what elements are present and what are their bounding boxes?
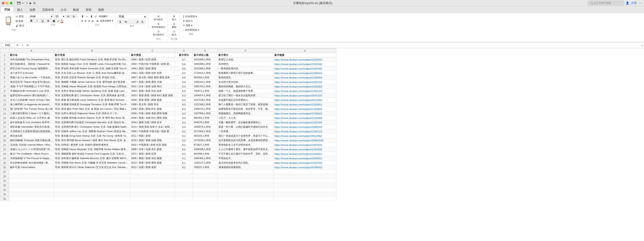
bold-button[interactable]: B	[29, 19, 34, 23]
underline-button[interactable]: U	[40, 19, 45, 23]
cell-D11[interactable]: 9.3	[175, 98, 193, 102]
cell-B18[interactable]: 导演: 刘镇伟 Jeffrey Lau 主演: 周星驰 Stephen Chow…	[54, 129, 130, 134]
cell-F12[interactable]: 每个人都要走一条自己坚定了的路，就算是钢琴师。	[218, 102, 274, 107]
cell-D10[interactable]: 9.3	[175, 93, 193, 98]
cell-F5[interactable]: 怪蜀黍和小萝莉不得不说的故事。	[218, 71, 274, 75]
cell-A10[interactable]: 盗梦空间/Inception/ 潜行凶间(港) / 全面启动(台)	[9, 93, 54, 98]
cell-F17[interactable]: 爱是一种力量，让我们超越时空感知它的存在。	[218, 125, 274, 129]
cell-D18[interactable]: 9.2	[175, 129, 193, 134]
indent-increase-button[interactable]: ⇥	[95, 19, 99, 23]
autosum-button[interactable]: Σ 自动求和 ▾	[182, 14, 200, 19]
font-name-dropdown[interactable]: Arial ▾	[29, 14, 54, 19]
cell-G29[interactable]	[274, 179, 336, 183]
cell-E29[interactable]	[193, 179, 218, 183]
cell-D17[interactable]: 9.3	[175, 125, 193, 129]
cell-E1[interactable]: 影片评价人数	[193, 53, 218, 58]
cell-F29[interactable]	[218, 179, 274, 183]
cell-D31[interactable]	[175, 188, 193, 192]
cell-G10[interactable]: https://movie.douban.com/subject/3541415…	[274, 93, 336, 98]
cell-A21[interactable]: 无间道/ 无间道/ Internal Affairs / Mou gaan do…	[9, 143, 54, 147]
cell-E2[interactable]: 2023405人评价	[193, 58, 218, 62]
cell-C19[interactable]: 2011 / 韩国 / 剧情	[130, 134, 175, 138]
font-size-dropdown[interactable]: 10 ▾	[54, 14, 66, 19]
cell-D27[interactable]	[175, 170, 193, 174]
italic-button[interactable]: I	[34, 19, 40, 23]
cell-D14[interactable]: 9.2	[175, 111, 193, 116]
cell-C21[interactable]: 2002 / 中国香港 / 剧情 犯罪 悬疑	[130, 143, 175, 147]
cell-A7[interactable]: 泰坦尼克号/ Titanic/ 铁达尼号(港)(台)	[9, 80, 54, 84]
cell-C9[interactable]: 1993 / 美国 / 剧情 历史 战争	[130, 89, 175, 93]
cell-E3[interactable]: 1499389人评价	[193, 62, 218, 66]
cell-E18[interactable]: 1071662人评价	[193, 129, 218, 134]
cell-E15[interactable]: 985392人评价	[193, 116, 218, 120]
cell-F8[interactable]: 最好的宫崎骏，最好的久石让。	[218, 84, 274, 89]
cell-G15[interactable]: https://movie.douban.com/subject/2131458…	[274, 116, 336, 120]
decimal-decrease-button[interactable]: 0.	[140, 20, 145, 24]
cell-C26[interactable]: 2011 / 法国 / 剧情 喜剧	[130, 165, 175, 170]
merge-button[interactable]: 合并后居中 ▾	[100, 19, 114, 23]
cell-D20[interactable]: 9.2	[175, 138, 193, 143]
cell-E27[interactable]	[193, 170, 218, 174]
cell-G30[interactable]	[274, 183, 336, 188]
cell-G18[interactable]: https://movie.douban.com/subject/1292213…	[274, 129, 336, 134]
cell-D33[interactable]	[175, 196, 193, 201]
cell-A32[interactable]	[9, 192, 54, 196]
cell-G4[interactable]: https://movie.douban.com/subject/1291546…	[274, 66, 336, 71]
cell-D13[interactable]: 9.3	[175, 107, 193, 111]
more-icon[interactable]: ⋯	[638, 1, 642, 5]
cell-D12[interactable]: 9.3	[175, 102, 193, 107]
cell-F24[interactable]: 平民励志片。	[218, 156, 274, 161]
cell-G2[interactable]: https://movie.douban.com/subject/1292052…	[274, 58, 336, 62]
cell-B26[interactable]: 导演: 奥利维·那卡什 Olivier Nakache /艾力克·托兰达 Eri…	[54, 165, 130, 170]
cell-E8[interactable]: 1585763人评价	[193, 84, 218, 89]
cell-E28[interactable]	[193, 174, 218, 179]
cell-D6[interactable]: 9.5	[175, 75, 193, 80]
cell-F21[interactable]: 香港电影史上永不过时的杰作。	[218, 143, 274, 147]
cell-E21[interactable]: 872827人评价	[193, 143, 218, 147]
cell-F20[interactable]: 这才是我想去的乌托邦哦，永远追逐你的梦想，永远这出出异于常人，永远追出异于常人，…	[218, 138, 274, 143]
cell-B12[interactable]: 导演: 朱塞佩·托纳多雷 Giuseppe Tornatore 主演: 蒂姆·罗…	[54, 102, 130, 107]
cell-E33[interactable]	[193, 196, 218, 201]
cell-A22[interactable]: 龙猫/となりのトトロ/邻居托托罗/ 邻居托托罗/ 威尼斯豆豆	[9, 147, 54, 152]
cell-D9[interactable]: 9.5	[175, 89, 193, 93]
cell-A1[interactable]: 影片名	[9, 53, 54, 58]
cell-A2[interactable]: 肖申克的救赎/ The Shawshank Redemption/ 月黑高飞(港…	[9, 58, 54, 62]
cell-D1[interactable]: 影片评分	[175, 53, 193, 58]
cell-A23[interactable]: 教父/ The Godfather / Mario Puzo's The God…	[9, 152, 54, 156]
cell-C14[interactable]: 2009 / 印度 / 剧情 喜剧 爱情 歌舞	[130, 111, 175, 116]
cell-C27[interactable]	[130, 170, 175, 174]
ribbon-tab-1[interactable]: 插入	[14, 7, 26, 13]
cell-G31[interactable]	[274, 188, 336, 192]
ribbon-tab-7[interactable]: 视图	[95, 7, 107, 13]
cell-C10[interactable]: 2010 / 美国 英国 / 剧情 科幻 悬疑 冒险	[130, 93, 175, 98]
cell-C32[interactable]	[130, 192, 175, 196]
cell-B30[interactable]	[54, 183, 130, 188]
cell-G5[interactable]: https://movie.douban.com/subject/1295644…	[274, 71, 336, 75]
cell-D16[interactable]: 9.3	[175, 120, 193, 125]
cell-A11[interactable]: 忠犬八公的故事/ Hachi: A Dog's Tale/ 秋田犬八八(台) /…	[9, 98, 54, 102]
col-header-e[interactable]: E	[193, 49, 218, 53]
cell-F27[interactable]	[218, 170, 274, 174]
cell-D23[interactable]: 9.3	[175, 152, 193, 156]
cell-A20[interactable]: 疯狂动物城/ Zootopia/ 优兽大都会(港) / 动物方城市(台)	[9, 138, 54, 143]
undo-icon[interactable]: ↩	[22, 1, 24, 5]
cell-G24[interactable]: https://movie.douban.com/subject/1849031…	[274, 156, 336, 161]
cell-C25[interactable]: 2010 / 美国 / 剧情 爱情 家庭	[130, 161, 175, 165]
cell-F15[interactable]: 小瓦力，大人生。	[218, 116, 274, 120]
cell-G28[interactable]	[274, 174, 336, 179]
format-cells-button[interactable]: ⊡ 格式	[170, 30, 178, 37]
cell-E26[interactable]: 709207人评价	[193, 165, 218, 170]
minimize-button[interactable]	[6, 2, 8, 5]
cell-C20[interactable]: 2016 / 美国 / 喜剧 动画 冒险	[130, 138, 175, 143]
ribbon-tab-3[interactable]: 页面布局	[39, 7, 57, 13]
fill-button[interactable]: ⬇ 填充 ▾	[182, 19, 200, 23]
border-button[interactable]: ▦	[51, 19, 56, 23]
cell-B33[interactable]	[54, 196, 130, 201]
align-bottom-button[interactable]: ⬇	[90, 14, 94, 19]
cell-D30[interactable]	[175, 183, 193, 188]
cell-A30[interactable]	[9, 183, 54, 188]
cell-G26[interactable]: https://movie.douban.com/subject/6786002…	[274, 165, 336, 170]
cell-B14[interactable]: 导演: 拉库马·希拉尼 Rajkumar Hirani 主演: 阿米尔·汗 / …	[54, 111, 130, 116]
cell-B6[interactable]: 导演: 罗伯托·贝尼尼 Roberto Benigni 主演: 罗伯托·贝尼..…	[54, 75, 130, 80]
cell-G21[interactable]: https://movie.douban.com/subject/1307914…	[274, 143, 336, 147]
